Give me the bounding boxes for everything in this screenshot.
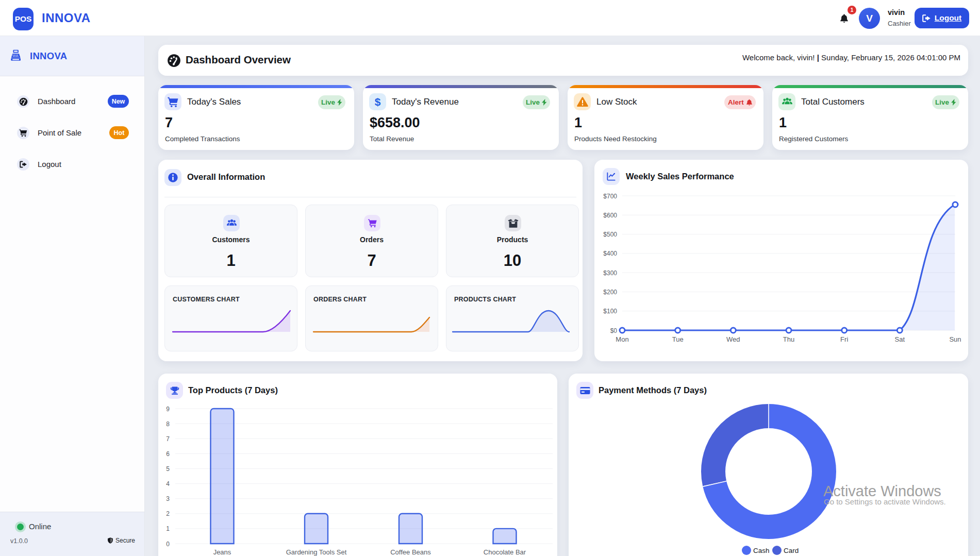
svg-text:Wed: Wed [726,335,740,343]
svg-text:Sun: Sun [949,335,961,343]
svg-text:5: 5 [166,465,170,473]
svg-text:4: 4 [166,480,170,487]
svg-text:1: 1 [166,525,170,532]
svg-text:$700: $700 [603,193,617,200]
svg-text:Chocolate Bar: Chocolate Bar [484,548,526,556]
svg-text:$600: $600 [603,212,617,219]
svg-text:Coffee Beans: Coffee Beans [390,548,431,556]
svg-text:Mon: Mon [616,335,628,343]
svg-text:Fri: Fri [840,335,848,343]
svg-text:$400: $400 [603,250,617,257]
svg-text:$300: $300 [603,269,617,277]
svg-text:8: 8 [166,420,170,428]
svg-text:6: 6 [166,450,170,458]
svg-text:Gardening Tools Set: Gardening Tools Set [286,548,347,556]
svg-text:$200: $200 [603,289,617,296]
svg-text:Tue: Tue [672,335,684,343]
svg-text:Jeans: Jeans [213,548,231,556]
svg-text:3: 3 [166,495,170,502]
svg-text:7: 7 [166,435,170,443]
svg-text:$100: $100 [603,308,617,315]
svg-text:Sat: Sat [895,335,905,343]
svg-text:2: 2 [166,510,170,517]
svg-text:$500: $500 [603,231,617,238]
svg-text:Thu: Thu [783,335,794,343]
svg-text:$0: $0 [610,327,618,334]
svg-text:0: 0 [166,541,170,548]
svg-text:9: 9 [166,406,170,413]
